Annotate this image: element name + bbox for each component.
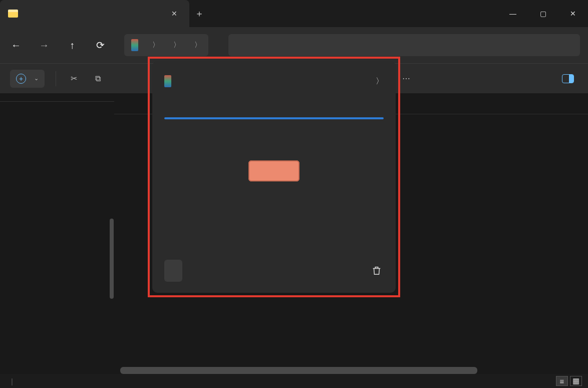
manage-devices-button[interactable] — [164, 260, 182, 282]
maximize-button[interactable]: ▢ — [528, 4, 558, 24]
forward-button[interactable]: → — [36, 37, 52, 53]
new-tab-button[interactable]: ＋ — [189, 8, 209, 20]
preview-toggle[interactable] — [562, 74, 578, 83]
device-icon — [131, 39, 138, 51]
divider — [0, 101, 114, 102]
sidebar — [0, 93, 114, 374]
cut-icon[interactable]: ✂ — [67, 72, 80, 85]
storage-progress — [164, 117, 384, 119]
device-panel: 〉 — [152, 61, 396, 293]
chevron-right-icon[interactable]: 〉 — [194, 41, 201, 50]
chevron-right-icon[interactable]: 〉 — [173, 41, 180, 50]
address-bar: ← → ↑ ⟳ 〉 〉 〉 — [0, 27, 588, 63]
divider — [56, 71, 56, 86]
close-tab-icon[interactable]: ✕ — [167, 7, 181, 21]
refresh-nav-button[interactable]: ⟳ — [92, 37, 108, 53]
tab-storage[interactable]: ✕ — [0, 0, 189, 27]
chevron-down-icon: ⌄ — [34, 75, 39, 82]
plus-circle-icon: + — [16, 74, 26, 84]
search-input[interactable] — [228, 34, 580, 56]
grid-view-icon[interactable]: ▦ — [570, 376, 582, 386]
status-bar: | ≡ ▦ — [0, 374, 588, 388]
chevron-right-icon[interactable]: 〉 — [152, 41, 159, 50]
details-view-icon[interactable]: ≡ — [556, 376, 568, 386]
trash-icon[interactable] — [370, 264, 384, 278]
close-window-button[interactable]: ✕ — [558, 4, 588, 24]
sidebar-scrollbar[interactable] — [110, 219, 114, 299]
up-button[interactable]: ↑ — [64, 37, 80, 53]
preview-pane-icon — [562, 74, 574, 83]
chevron-right-icon[interactable]: 〉 — [376, 76, 384, 87]
new-button[interactable]: + ⌄ — [10, 70, 45, 88]
copy-icon[interactable]: ⧉ — [91, 72, 104, 85]
breadcrumb[interactable]: 〉 〉 〉 — [124, 34, 208, 56]
device-icon — [164, 75, 171, 87]
folder-icon — [8, 10, 18, 18]
titlebar: ✕ ＋ ― ▢ ✕ — [0, 0, 588, 27]
minimize-button[interactable]: ― — [498, 4, 528, 24]
refresh-button[interactable] — [248, 160, 300, 181]
more-icon[interactable]: ⋯ — [400, 72, 413, 85]
back-button[interactable]: ← — [8, 37, 24, 53]
content-scrollbar[interactable] — [120, 367, 578, 374]
